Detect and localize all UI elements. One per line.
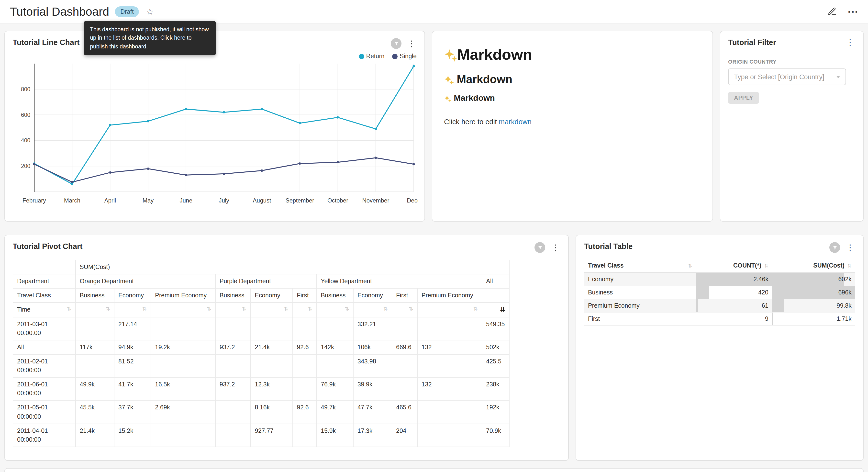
pivot-cell: 343.98 — [353, 354, 392, 378]
header-actions: ⋯ — [828, 6, 858, 17]
line-chart[interactable]: 200400600800FebruaryMarchAprilMayJuneJul… — [13, 61, 417, 207]
pivot-cell — [293, 377, 317, 401]
origin-country-select[interactable]: Type or Select [Origin Country] — [728, 68, 846, 85]
pivot-cell: 41.7k — [114, 377, 151, 401]
value-bar — [696, 299, 698, 312]
pivot-cell: 37.7k — [114, 401, 151, 424]
kebab-menu-icon[interactable]: ⋮ — [845, 243, 855, 252]
pivot-cell: 49.9k — [75, 377, 114, 401]
sort-icon[interactable]: ⇅ — [473, 305, 478, 313]
filter-indicator-icon[interactable] — [391, 38, 401, 49]
value-bar — [696, 286, 709, 299]
filter-indicator-icon[interactable] — [829, 242, 840, 253]
data-table[interactable]: Travel Class⇅COUNT(*)⇅SUM(Cost)⇅Economy2… — [584, 259, 856, 326]
travel-class-cell: Economy — [584, 273, 696, 286]
markdown-card: Markdown Markdown Markdown Click here to… — [432, 31, 713, 222]
pivot-cell — [215, 354, 251, 378]
svg-text:October: October — [328, 197, 348, 204]
pivot-cell: 12.3k — [251, 377, 293, 401]
sort-icon[interactable]: ⇅ — [207, 305, 211, 313]
column-header-sum[interactable]: SUM(Cost)⇅ — [772, 259, 856, 273]
pivot-row: 2011-03-01 00:00:00217.14332.21549.35 — [13, 317, 509, 340]
sort-icon[interactable]: ⇅ — [105, 305, 110, 313]
value-bar — [696, 313, 696, 325]
pivot-row-label: 2011-05-01 00:00:00 — [13, 401, 75, 424]
pivot-table[interactable]: SUM(Cost)DepartmentOrange DepartmentPurp… — [13, 260, 509, 447]
pivot-class-header: Economy — [251, 289, 293, 303]
pivot-class-header: Economy — [353, 289, 392, 303]
pivot-class-header: Business — [215, 289, 251, 303]
pivot-cell: 502k — [482, 340, 509, 354]
pivot-cell: 17.3k — [353, 423, 392, 447]
more-options-icon[interactable]: ⋯ — [847, 6, 858, 17]
pivot-class-header: Economy — [114, 289, 151, 303]
table-row: Premium Economy6199.8k — [584, 299, 856, 312]
filter-card: Tutorial Filter ⋮ ORIGIN COUNTRY Type or… — [720, 31, 864, 222]
sparkles-icon — [444, 95, 452, 102]
table-header-row: Travel Class⇅COUNT(*)⇅SUM(Cost)⇅ — [584, 259, 856, 273]
pivot-cell: 669.6 — [392, 340, 417, 354]
pivot-all-header: All — [482, 274, 509, 288]
pivot-row: 2011-05-01 00:00:0045.5k37.7k2.69k8.16k9… — [13, 401, 509, 424]
sort-icon[interactable]: ⇅ — [764, 263, 769, 268]
pivot-cell — [151, 423, 215, 447]
pivot-metric-header: SUM(Cost) — [75, 260, 509, 274]
pivot-row: 2011-06-01 00:00:0049.9k41.7k16.5k937.21… — [13, 377, 509, 401]
publish-tooltip[interactable]: This dashboard is not published, it will… — [84, 21, 216, 55]
column-header-travel-class[interactable]: Travel Class⇅ — [584, 259, 696, 273]
markdown-h1: Markdown — [444, 46, 701, 64]
legend-item[interactable]: Return — [359, 53, 384, 60]
edit-dashboard-icon[interactable] — [828, 7, 837, 16]
pivot-cell: 92.6 — [293, 340, 317, 354]
pivot-cell: 76.9k — [317, 377, 353, 401]
pivot-cell — [251, 317, 293, 340]
sort-icon[interactable]: ⇅ — [345, 305, 349, 313]
kebab-menu-icon[interactable]: ⋮ — [845, 38, 855, 47]
count-cell: 9 — [696, 312, 772, 325]
apply-button[interactable]: APPLY — [728, 92, 759, 104]
pivot-class-header: First — [293, 289, 317, 303]
markdown-link[interactable]: markdown — [499, 118, 532, 126]
pivot-sort-row: Time⇅⇅⇅⇅⇅⇅⇅⇅⇅⇅⇅⇊ — [13, 303, 509, 317]
column-header-count[interactable]: COUNT(*)⇅ — [696, 259, 772, 273]
sort-icon[interactable]: ⇅ — [847, 263, 851, 268]
sort-icon[interactable]: ⇅ — [284, 305, 288, 313]
pivot-row: 2011-04-01 00:00:0021.4k15.2k927.7715.9k… — [13, 423, 509, 447]
travel-class-cell: First — [584, 312, 696, 325]
sort-desc-icon[interactable]: ⇊ — [500, 305, 505, 314]
pivot-cell — [417, 401, 482, 424]
favorite-star-icon[interactable]: ☆ — [146, 7, 154, 16]
sort-icon[interactable]: ⇅ — [67, 305, 71, 313]
legend-label: Single — [400, 53, 417, 60]
pivot-cell: 16.5k — [151, 377, 215, 401]
pivot-cell — [417, 317, 482, 340]
pivot-group-header: Yellow Department — [317, 274, 482, 288]
sum-cell: 1.71k — [772, 312, 856, 325]
next-row-partial-card — [4, 468, 864, 472]
kebab-menu-icon[interactable]: ⋮ — [406, 39, 416, 48]
pivot-cell: 332.21 — [353, 317, 392, 340]
value-bar — [772, 313, 773, 325]
sort-icon[interactable]: ⇅ — [409, 305, 413, 313]
pivot-cell: 927.77 — [251, 423, 293, 447]
markdown-h1-text: Markdown — [457, 46, 532, 64]
kebab-menu-icon[interactable]: ⋮ — [550, 243, 561, 252]
legend-item[interactable]: Single — [393, 53, 417, 60]
filter-indicator-icon[interactable] — [535, 242, 546, 253]
pivot-row-label: All — [13, 340, 75, 354]
sort-icon[interactable]: ⇅ — [308, 305, 312, 313]
pivot-cell: 425.5 — [482, 354, 509, 378]
sort-icon[interactable]: ⇅ — [688, 263, 692, 268]
origin-country-label: ORIGIN COUNTRY — [728, 59, 855, 65]
pivot-cell: 45.5k — [75, 401, 114, 424]
sort-icon[interactable]: ⇅ — [242, 305, 246, 313]
legend-dot-icon — [393, 54, 398, 59]
pivot-row: 2011-02-01 00:00:0081.52343.98425.5 — [13, 354, 509, 378]
pivot-cell: 132 — [417, 340, 482, 354]
pivot-cell — [417, 354, 482, 378]
pivot-cell: 937.2 — [215, 377, 251, 401]
pivot-class-header: Premium Economy — [151, 289, 215, 303]
sort-icon[interactable]: ⇅ — [142, 305, 147, 313]
draft-badge[interactable]: Draft — [115, 6, 139, 17]
sort-icon[interactable]: ⇅ — [383, 305, 388, 313]
